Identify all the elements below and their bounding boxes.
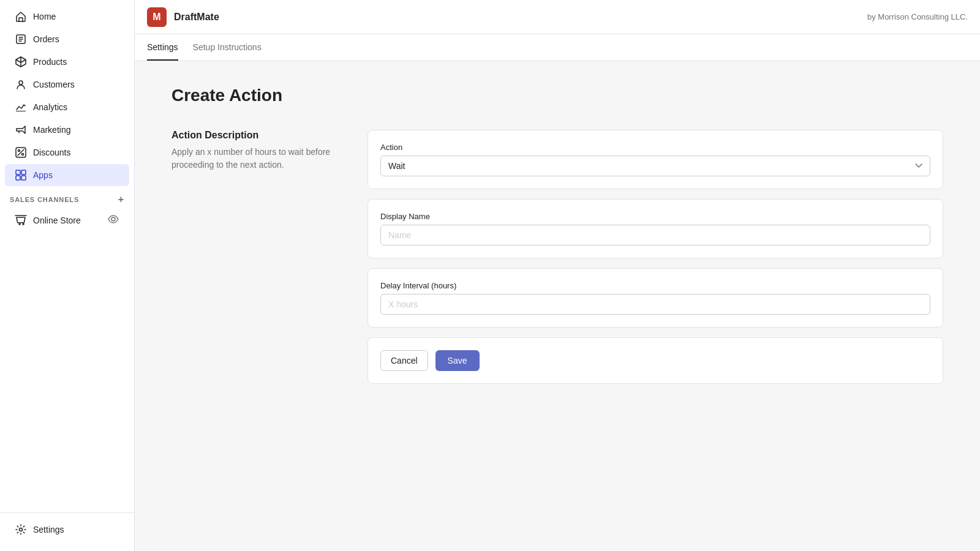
section-description: Apply an x number of hours to wait befor… xyxy=(172,146,331,171)
page-title: Create Action xyxy=(172,86,943,105)
svg-point-3 xyxy=(18,150,20,152)
topbar-byline: by Morrison Consulting LLC. xyxy=(867,12,968,21)
home-icon xyxy=(15,10,27,23)
sidebar-item-products[interactable]: Products xyxy=(5,51,129,73)
sidebar-item-marketing[interactable]: Marketing xyxy=(5,119,129,141)
apps-icon xyxy=(15,169,27,181)
sidebar: Home Orders Products Customers xyxy=(0,0,135,551)
sidebar-bottom: Settings xyxy=(0,512,134,551)
action-card: Action Wait Send Email Add Tag Remove Ta… xyxy=(368,130,943,189)
svg-rect-7 xyxy=(21,170,26,174)
sales-channels-section: SALES CHANNELS + xyxy=(0,187,134,208)
delay-interval-card: Delay Interval (hours) xyxy=(368,268,943,328)
form-right: Action Wait Send Email Add Tag Remove Ta… xyxy=(368,130,943,384)
tabbar: Settings Setup Instructions xyxy=(135,34,980,61)
sidebar-item-apps[interactable]: Apps xyxy=(5,164,129,186)
content: Create Action Action Description Apply a… xyxy=(135,61,980,551)
add-sales-channel-button[interactable]: + xyxy=(118,194,124,205)
customers-icon xyxy=(15,78,27,91)
analytics-icon xyxy=(15,101,27,113)
sidebar-item-settings[interactable]: Settings xyxy=(5,519,129,541)
settings-icon xyxy=(15,523,27,536)
sidebar-nav: Home Orders Products Customers xyxy=(0,0,134,512)
svg-rect-6 xyxy=(16,170,20,174)
cancel-button[interactable]: Cancel xyxy=(380,350,428,371)
sidebar-item-customers[interactable]: Customers xyxy=(5,73,129,96)
sidebar-item-home[interactable]: Home xyxy=(5,6,129,28)
tab-setup-instructions[interactable]: Setup Instructions xyxy=(193,35,262,61)
svg-point-11 xyxy=(23,223,24,225)
display-name-card: Display Name xyxy=(368,199,943,258)
discounts-icon xyxy=(15,146,27,159)
delay-interval-label: Delay Interval (hours) xyxy=(380,281,930,290)
marketing-icon xyxy=(15,124,27,136)
form-left: Action Description Apply an x number of … xyxy=(172,130,331,384)
svg-point-4 xyxy=(22,154,24,156)
topbar-left: M DraftMate xyxy=(147,7,219,27)
delay-interval-input[interactable] xyxy=(380,294,930,315)
tab-settings[interactable]: Settings xyxy=(147,35,178,61)
display-name-input[interactable] xyxy=(380,225,930,246)
sidebar-item-analytics[interactable]: Analytics xyxy=(5,96,129,118)
app-name: DraftMate xyxy=(174,12,219,23)
online-store-visibility-icon[interactable] xyxy=(107,213,119,227)
action-select[interactable]: Wait Send Email Add Tag Remove Tag xyxy=(380,156,930,176)
svg-point-10 xyxy=(19,223,20,225)
orders-icon xyxy=(15,33,27,45)
app-logo: M xyxy=(147,7,167,27)
sidebar-item-online-store[interactable]: Online Store xyxy=(5,208,129,232)
sidebar-item-discounts[interactable]: Discounts xyxy=(5,141,129,163)
save-button[interactable]: Save xyxy=(435,350,480,371)
action-label: Action xyxy=(380,143,930,152)
main: M DraftMate by Morrison Consulting LLC. … xyxy=(135,0,980,551)
actions-card: Cancel Save xyxy=(368,337,943,384)
sidebar-item-orders[interactable]: Orders xyxy=(5,28,129,50)
products-icon xyxy=(15,56,27,68)
svg-point-12 xyxy=(111,217,115,221)
online-store-icon xyxy=(15,213,27,227)
svg-point-13 xyxy=(20,528,23,531)
display-name-label: Display Name xyxy=(380,212,930,221)
topbar: M DraftMate by Morrison Consulting LLC. xyxy=(135,0,980,34)
section-title: Action Description xyxy=(172,130,331,141)
form-layout: Action Description Apply an x number of … xyxy=(172,130,943,384)
svg-rect-2 xyxy=(16,111,26,111)
svg-rect-9 xyxy=(21,176,26,180)
svg-point-1 xyxy=(19,81,23,84)
svg-rect-8 xyxy=(16,176,20,180)
